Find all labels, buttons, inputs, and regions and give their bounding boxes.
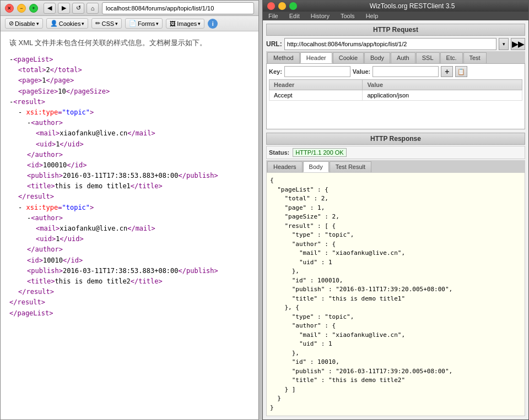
reload-button[interactable]: ↺ <box>72 3 84 14</box>
nav-buttons: ◀ ▶ ↺ ⌂ <box>44 3 99 14</box>
value-input[interactable] <box>373 66 439 77</box>
header-col-1: Header <box>269 80 363 90</box>
cookies-button[interactable]: 👤 Cookies ▾ <box>46 18 89 29</box>
menu-history[interactable]: History <box>309 12 332 20</box>
status-label: Status: <box>269 149 289 156</box>
tab-body[interactable]: Body <box>364 52 390 63</box>
browser-content: 该 XML 文件并未包含任何关联的样式信息。文档树显示如下。 -<pageLis… <box>1 31 258 419</box>
xml-line: <publish>2016-03-11T17:38:53.883+08:00</… <box>9 171 250 181</box>
value-label: Value: <box>353 68 370 75</box>
add-header-button[interactable]: + <box>441 66 453 77</box>
forms-icon: 📄 <box>129 20 137 27</box>
forward-button[interactable]: ▶ <box>58 3 70 14</box>
rest-close-button[interactable] <box>267 2 275 10</box>
address-bar[interactable] <box>102 2 254 14</box>
xml-line: <title>this is demo title2</title> <box>9 276 250 287</box>
response-tabs-row: Headers Body Test Result <box>266 160 525 172</box>
images-icon: 🖼 <box>170 20 176 27</box>
xml-line: </result> <box>9 192 250 202</box>
xml-line: </author> <box>9 244 250 255</box>
home-button[interactable]: ⌂ <box>87 3 99 14</box>
xml-line: </pageList> <box>9 308 250 319</box>
browser-titlebar: ✕ − + ◀ ▶ ↺ ⌂ <box>1 1 258 16</box>
menu-edit[interactable]: Edit <box>287 12 302 20</box>
xml-line: - xsi:type="topic"> <box>9 203 250 213</box>
header-value-cell: application/json <box>363 90 522 101</box>
key-label: Key: <box>269 68 282 75</box>
header-table: Header Value Accept application/json <box>269 79 522 101</box>
xml-line: -<result> <box>9 97 250 107</box>
request-section: HTTP Request URL: ▾ ▶▶ Method Header Coo… <box>266 24 525 129</box>
css-button[interactable]: ✏ CSS ▾ <box>91 18 122 29</box>
response-tabs-content: Headers Body Test Result { "pageList" : … <box>266 160 525 416</box>
tab-response-test[interactable]: Test Result <box>330 161 371 172</box>
images-button[interactable]: 🖼 Images ▾ <box>166 19 204 29</box>
cookies-arrow: ▾ <box>82 21 84 26</box>
browser-window: ✕ − + ◀ ▶ ↺ ⌂ ⊘ Disable ▾ 👤 Cookies ▾ ✏ … <box>0 0 259 420</box>
status-value: HTTP/1.1 200 OK <box>293 148 346 157</box>
rest-title: WizTools.org RESTClient 3.5 <box>300 2 524 10</box>
cookies-label: Cookies <box>59 20 81 27</box>
css-icon: ✏ <box>95 20 100 27</box>
key-value-row: Key: Value: + 📋 <box>269 66 522 77</box>
rest-maximize-button[interactable] <box>289 2 297 10</box>
css-arrow: ▾ <box>115 21 118 26</box>
xml-line: </result> <box>9 297 250 308</box>
rest-minimize-button[interactable] <box>278 2 286 10</box>
xml-line: <title>this is demo title1</title> <box>9 181 250 192</box>
xml-line: </result> <box>9 287 250 297</box>
back-button[interactable]: ◀ <box>44 3 56 14</box>
header-key-cell: Accept <box>269 90 363 101</box>
css-label: CSS <box>101 20 114 27</box>
url-dropdown-button[interactable]: ▾ <box>499 38 509 50</box>
xml-line: <publish>2016-03-11T17:38:53.883+08:00</… <box>9 266 250 276</box>
tab-response-headers[interactable]: Headers <box>267 161 303 172</box>
request-tab-content: Key: Value: + 📋 Header Value <box>266 63 525 129</box>
xml-line: - xsi:type="topic"> <box>9 107 250 118</box>
rest-body: HTTP Request URL: ▾ ▶▶ Method Header Coo… <box>263 20 528 419</box>
tab-etc[interactable]: Etc. <box>440 52 463 63</box>
images-arrow: ▾ <box>198 21 201 26</box>
header-col-2: Value <box>363 80 522 90</box>
forms-label: Forms <box>138 20 155 27</box>
header-row[interactable]: Accept application/json <box>269 90 522 101</box>
menu-tools[interactable]: Tools <box>338 12 357 20</box>
xml-info: 该 XML 文件并未包含任何关联的样式信息。文档树显示如下。 <box>9 38 250 48</box>
browser-toolbar: ⊘ Disable ▾ 👤 Cookies ▾ ✏ CSS ▾ 📄 Forms … <box>1 16 258 31</box>
xml-line: <total>2</total> <box>9 65 250 75</box>
json-body: { "pageList" : { "total" : 2, "page" : 1… <box>266 172 525 416</box>
disable-button[interactable]: ⊘ Disable ▾ <box>5 18 43 29</box>
tab-response-body[interactable]: Body <box>303 161 329 172</box>
menu-help[interactable]: Help <box>364 12 381 20</box>
request-tabs-row: Method Header Cookie Body Auth SSL Etc. … <box>266 51 525 63</box>
key-input[interactable] <box>284 66 350 77</box>
url-go-button[interactable]: ▶▶ <box>511 38 525 50</box>
maximize-button[interactable]: + <box>29 4 38 13</box>
request-section-title: HTTP Request <box>266 24 525 36</box>
response-section: HTTP Response Status: HTTP/1.1 200 OK He… <box>266 133 525 416</box>
tab-cookie[interactable]: Cookie <box>333 52 364 63</box>
tab-header[interactable]: Header <box>300 52 332 63</box>
xml-line: <pageSize>10</pageSize> <box>9 86 250 97</box>
menu-file[interactable]: File <box>266 12 280 20</box>
tab-test[interactable]: Test <box>463 52 487 63</box>
url-row: URL: ▾ ▶▶ <box>266 38 525 50</box>
copy-header-button[interactable]: 📋 <box>455 66 467 77</box>
forms-button[interactable]: 📄 Forms ▾ <box>125 18 163 29</box>
rest-menubar: File Edit History Tools Help <box>263 12 528 21</box>
response-section-title: HTTP Response <box>266 133 525 145</box>
tab-method[interactable]: Method <box>267 52 300 63</box>
rest-client-window: WizTools.org RESTClient 3.5 File Edit Hi… <box>262 0 529 420</box>
xml-line: -<author> <box>9 213 250 223</box>
info-button[interactable]: i <box>208 19 218 29</box>
url-input[interactable] <box>284 38 496 50</box>
tab-auth[interactable]: Auth <box>391 52 415 63</box>
minimize-button[interactable]: − <box>17 4 26 13</box>
tab-ssl[interactable]: SSL <box>416 52 440 63</box>
images-label: Images <box>177 20 197 27</box>
forms-arrow: ▾ <box>156 21 159 26</box>
request-tabs-container: Method Header Cookie Body Auth SSL Etc. … <box>266 51 525 129</box>
xml-line: <uid>1</uid> <box>9 139 250 150</box>
rest-titlebar: WizTools.org RESTClient 3.5 <box>263 1 528 12</box>
close-button[interactable]: ✕ <box>5 4 14 13</box>
